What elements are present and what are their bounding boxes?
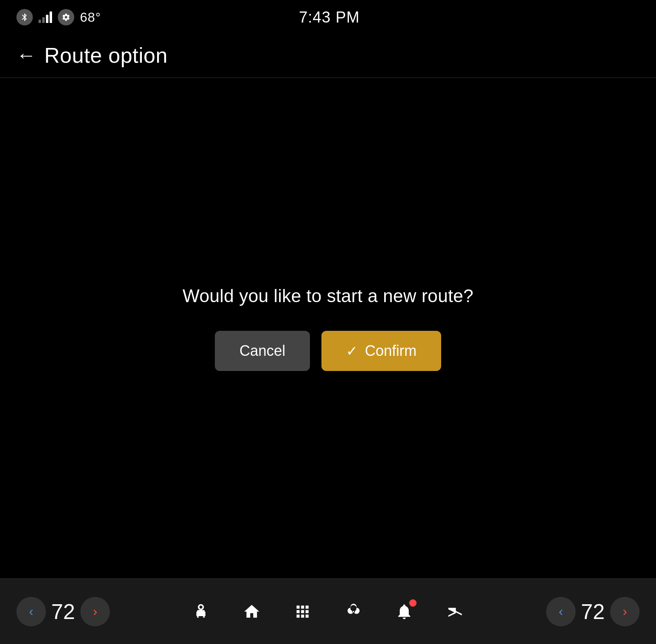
back-button[interactable]: ← Route option bbox=[16, 43, 168, 68]
bluetooth-icon bbox=[16, 9, 33, 25]
signal-icon bbox=[39, 11, 52, 23]
right-temp-decrease-button[interactable]: ‹ bbox=[546, 597, 576, 626]
right-right-chevron-icon: › bbox=[623, 604, 627, 619]
right-left-chevron-icon: ‹ bbox=[559, 604, 563, 619]
apps-grid-icon[interactable] bbox=[289, 598, 316, 625]
fan-icon[interactable] bbox=[340, 598, 367, 625]
left-temp-control: ‹ 72 › bbox=[16, 597, 110, 626]
temperature-display: 68° bbox=[80, 10, 101, 25]
left-temp-value: 72 bbox=[51, 599, 75, 624]
right-temp-control: ‹ 72 › bbox=[546, 597, 640, 626]
page-title: Route option bbox=[44, 43, 168, 68]
status-bar: 68° 7:43 PM bbox=[0, 0, 656, 33]
right-temp-value: 72 bbox=[581, 599, 605, 624]
left-chevron-icon: ‹ bbox=[29, 604, 34, 619]
checkmark-icon: ✓ bbox=[346, 343, 358, 359]
left-temp-decrease-button[interactable]: ‹ bbox=[16, 597, 46, 626]
right-chevron-icon: › bbox=[93, 604, 98, 619]
right-temp-increase-button[interactable]: › bbox=[610, 597, 640, 626]
time-display: 7:43 PM bbox=[299, 9, 360, 26]
back-arrow-icon: ← bbox=[16, 46, 36, 65]
settings-icon bbox=[58, 9, 74, 25]
rear-defrost-icon[interactable] bbox=[442, 598, 468, 625]
dialog-question: Would you like to start a new route? bbox=[182, 286, 473, 306]
cancel-button[interactable]: Cancel bbox=[215, 331, 310, 371]
confirm-button[interactable]: ✓ Confirm bbox=[321, 331, 441, 371]
left-temp-increase-button[interactable]: › bbox=[80, 597, 110, 626]
home-icon[interactable] bbox=[239, 598, 265, 625]
notification-badge bbox=[409, 599, 417, 607]
status-left: 68° bbox=[16, 9, 101, 25]
bottom-bar: ‹ 72 › bbox=[0, 578, 656, 644]
header: ← Route option bbox=[0, 33, 656, 78]
main-content: Would you like to start a new route? Can… bbox=[0, 78, 656, 578]
notification-icon[interactable] bbox=[391, 598, 417, 625]
dialog-buttons: Cancel ✓ Confirm bbox=[215, 331, 441, 371]
bottom-controls bbox=[188, 598, 468, 625]
confirm-label: Confirm bbox=[365, 342, 417, 360]
seat-heat-icon[interactable] bbox=[188, 598, 214, 625]
